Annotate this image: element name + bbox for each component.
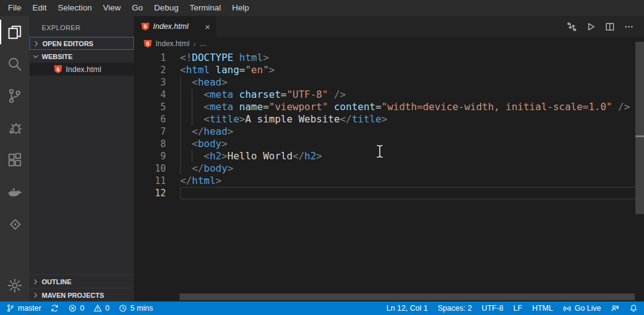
tab-index-html[interactable]: 5 Index.html × (134, 16, 216, 37)
code-line[interactable]: 11</html> (134, 175, 644, 187)
breadcrumb[interactable]: 5 Index.html › … (134, 37, 644, 50)
line-content: </head> (180, 126, 644, 138)
status-sync[interactable] (50, 304, 59, 313)
outline-label: OUTLINE (42, 278, 71, 285)
status-encoding[interactable]: UTF-8 (482, 304, 503, 313)
extensions-icon[interactable] (0, 144, 29, 176)
status-git-branch[interactable]: master (6, 304, 41, 313)
code-line[interactable]: 6 <title>A simple Website</title> (134, 113, 644, 126)
sync-icon (50, 304, 59, 313)
source-control-icon[interactable] (0, 80, 29, 112)
indent-guide (180, 162, 181, 175)
line-number: 8 (134, 138, 166, 150)
code-line[interactable]: 3 <head> (134, 76, 644, 89)
file-label: Index.html (66, 65, 101, 74)
line-number: 11 (134, 175, 166, 187)
chevron-right-icon (32, 39, 41, 48)
go-live-icon (563, 304, 571, 313)
indent-guide (180, 150, 181, 162)
outline-section[interactable]: OUTLINE (29, 274, 134, 288)
open-changes-icon[interactable] (567, 22, 577, 32)
indent-guide (180, 76, 181, 89)
open-editors-section[interactable]: OPEN EDITORS (29, 37, 134, 50)
activity-bar (0, 16, 29, 301)
code-line[interactable]: 5 <meta name="viewport" content="width=d… (134, 101, 644, 113)
cursor-position-label: Ln 12, Col 1 (387, 304, 428, 313)
line-number: 9 (134, 150, 166, 162)
line-content: <html lang="en"> (180, 64, 644, 76)
status-bar: master005 mins Ln 12, Col 1Spaces: 2UTF-… (0, 301, 644, 315)
code-line[interactable]: 12 (134, 187, 644, 199)
menu-go[interactable]: Go (127, 0, 149, 16)
status-cursor-position[interactable]: Ln 12, Col 1 (387, 304, 428, 313)
line-number: 1 (134, 52, 166, 64)
tab-bar: 5 Index.html × (134, 16, 644, 37)
code-line[interactable]: 4 <meta charset="UTF-8" /> (134, 89, 644, 101)
tab-close-icon[interactable]: × (203, 22, 211, 31)
open-editors-label: OPEN EDITORS (42, 40, 93, 47)
maven-projects-section[interactable]: MAVEN PROJECTS (29, 288, 134, 301)
vertical-scrollbar[interactable] (635, 42, 644, 214)
menu-view[interactable]: View (98, 0, 127, 16)
folder-label: WEBSITE (42, 53, 73, 60)
status-indentation[interactable]: Spaces: 2 (438, 304, 472, 313)
indent-guide (180, 126, 181, 138)
indent-guide (180, 89, 181, 101)
more-actions-icon[interactable] (624, 22, 634, 32)
status-errors[interactable]: 0 (68, 304, 84, 313)
menu-terminal[interactable]: Terminal (184, 0, 226, 16)
session-timer-icon (119, 304, 127, 313)
status-notifications[interactable] (629, 304, 638, 313)
settings-gear-icon[interactable] (0, 269, 29, 301)
status-session-timer[interactable]: 5 mins (119, 304, 153, 313)
menu-bar: FileEditSelectionViewGoDebugTerminalHelp (0, 0, 644, 16)
menu-edit[interactable]: Edit (27, 0, 52, 16)
code-line[interactable]: 2<html lang="en"> (134, 64, 644, 76)
run-code-icon[interactable] (586, 22, 596, 32)
status-warnings[interactable]: 0 (93, 304, 109, 313)
go-live-label: Go Live (575, 304, 601, 313)
line-content: </body> (180, 162, 644, 175)
git-branch-icon (6, 304, 15, 313)
status-right: Ln 12, Col 1Spaces: 2UTF-8LFHTMLGo Live (377, 304, 638, 313)
chevron-right-icon (31, 277, 40, 286)
indent-guide (192, 89, 192, 101)
code-line[interactable]: 9 <h2>Hello World</h2> (134, 150, 644, 162)
line-number: 6 (134, 113, 166, 126)
indent-guide (192, 113, 192, 126)
file-row-index-html[interactable]: 5 Index.html (29, 63, 134, 76)
code-editor[interactable]: 1<!DOCTYPE html>2<html lang="en">3 <head… (134, 50, 644, 301)
search-icon[interactable] (0, 48, 29, 80)
explorer-icon[interactable] (0, 16, 29, 48)
line-content (180, 187, 644, 199)
status-feedback[interactable] (611, 304, 619, 313)
editor-group: 5 Index.html × 5 Index.html › … 1<!DOCTY… (134, 16, 644, 301)
status-eol[interactable]: LF (513, 304, 522, 313)
menu-file[interactable]: File (2, 0, 27, 16)
html5-file-icon: 5 (54, 65, 62, 73)
line-content: <body> (180, 138, 644, 150)
indent-guide (180, 101, 181, 113)
code-line[interactable]: 7 </head> (134, 126, 644, 138)
code-line[interactable]: 1<!DOCTYPE html> (134, 52, 644, 64)
feedback-icon (611, 304, 619, 313)
horizontal-scrollbar[interactable] (179, 293, 635, 300)
vscode-window: FileEditSelectionViewGoDebugTerminalHelp… (0, 0, 644, 315)
status-go-live[interactable]: Go Live (563, 304, 601, 313)
code-line[interactable]: 8 <body> (134, 138, 644, 150)
docker-icon[interactable] (0, 176, 29, 208)
run-debug-icon[interactable] (0, 112, 29, 144)
folder-section-website[interactable]: WEBSITE (29, 50, 134, 63)
menu-debug[interactable]: Debug (149, 0, 184, 16)
menu-help[interactable]: Help (226, 0, 254, 16)
indentation-label: Spaces: 2 (438, 304, 472, 313)
split-editor-icon[interactable] (605, 22, 615, 32)
status-language-mode[interactable]: HTML (532, 304, 553, 313)
test-explorer-icon[interactable] (0, 208, 29, 240)
code-line[interactable]: 10 </body> (134, 162, 644, 175)
session-timer-label: 5 mins (130, 304, 153, 313)
warnings-label: 0 (105, 304, 109, 313)
git-branch-label: master (18, 304, 41, 313)
menu-selection[interactable]: Selection (52, 0, 98, 16)
line-number: 7 (134, 126, 166, 138)
